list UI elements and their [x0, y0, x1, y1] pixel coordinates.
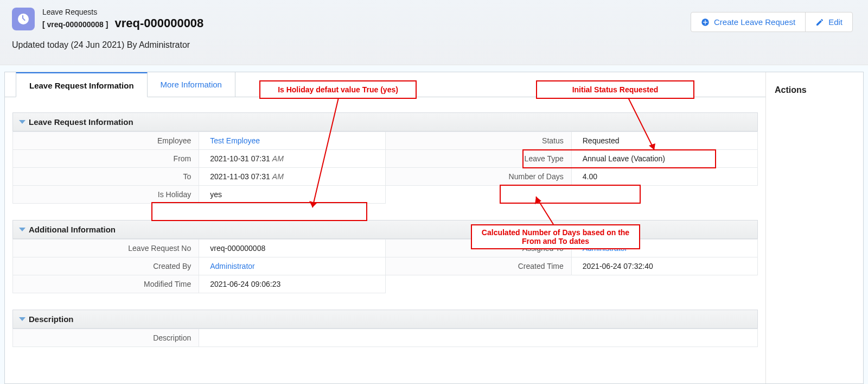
- field-value-created-time: 2021-06-24 07:32:40: [571, 257, 757, 275]
- field-label: Created By: [13, 257, 199, 275]
- section-header-additional-info[interactable]: Additional Information: [12, 220, 758, 239]
- section-title: Additional Information: [29, 225, 116, 234]
- field-label: Employee: [13, 132, 199, 150]
- field-value-request-no: vreq-000000008: [199, 240, 385, 257]
- field-value-employee: Test Employee: [199, 132, 385, 150]
- field-label: From: [13, 150, 199, 168]
- section-title: Description: [29, 314, 74, 324]
- field-value-status: Requested: [571, 132, 757, 150]
- chevron-down-icon: [19, 120, 25, 124]
- field-value-created-by: Administrator: [199, 257, 385, 275]
- field-label: Status: [385, 132, 571, 150]
- field-label: Is Holiday: [13, 186, 199, 204]
- empty-cell: [385, 186, 571, 204]
- section-header-leave-request-info[interactable]: Leave Request Information: [12, 112, 758, 131]
- additional-info-table: Leave Request No vreq-000000008 Assigned…: [12, 239, 758, 293]
- page-title: vreq-000000008: [114, 16, 203, 30]
- field-label: Number of Days: [385, 168, 571, 186]
- svg-rect-2: [703, 22, 707, 22]
- updated-line: Updated today (24 Jun 2021) By Administr…: [12, 40, 856, 50]
- field-value-assigned-to: Administrator: [571, 240, 757, 257]
- edit-button[interactable]: Edit: [805, 12, 853, 32]
- field-value-num-days: 4.00: [571, 168, 757, 186]
- field-label: Leave Type: [385, 150, 571, 168]
- create-button-label: Create Leave Request: [714, 17, 795, 27]
- field-value-modified-time: 2021-06-24 09:06:23: [199, 275, 385, 293]
- empty-cell: [571, 186, 757, 204]
- field-label: Created Time: [385, 257, 571, 275]
- tab-label: Leave Request Information: [29, 81, 134, 90]
- created-by-link[interactable]: Administrator: [210, 262, 254, 270]
- module-name: Leave Requests: [42, 8, 203, 16]
- assigned-to-link[interactable]: Administrator: [583, 244, 627, 253]
- pencil-icon: [815, 18, 824, 27]
- field-label: Assigned To: [385, 240, 571, 257]
- field-value-to: 2021-11-03 07:31AM: [199, 168, 385, 186]
- field-value-from: 2021-10-31 07:31AM: [199, 150, 385, 168]
- actions-title: Actions: [775, 85, 854, 95]
- plus-circle-icon: [701, 18, 710, 27]
- create-leave-request-button[interactable]: Create Leave Request: [691, 12, 806, 32]
- field-label: Leave Request No: [13, 240, 199, 257]
- field-label: Description: [13, 329, 199, 347]
- field-value-description: [199, 329, 758, 347]
- tab-label: More Information: [161, 80, 222, 89]
- tab-more-information[interactable]: More Information: [147, 72, 235, 97]
- tab-leave-request-info[interactable]: Leave Request Information: [16, 72, 148, 97]
- field-label: Modified Time: [13, 275, 199, 293]
- chevron-down-icon: [19, 317, 25, 321]
- field-label: To: [13, 168, 199, 186]
- empty-cell: [385, 275, 571, 293]
- section-header-description[interactable]: Description: [12, 310, 758, 329]
- field-value-leave-type: Annual Leave (Vacation): [571, 150, 757, 168]
- section-title: Leave Request Information: [29, 117, 133, 127]
- employee-link[interactable]: Test Employee: [210, 136, 260, 145]
- record-header: Leave Requests [ vreq-000000008 ] vreq-0…: [0, 0, 868, 65]
- module-icon: [12, 8, 35, 30]
- leave-request-info-table: Employee Test Employee Status Requested …: [12, 131, 758, 204]
- actions-sidebar: Actions: [765, 72, 863, 383]
- edit-button-label: Edit: [828, 17, 843, 27]
- chevron-down-icon: [19, 228, 25, 231]
- empty-cell: [571, 275, 757, 293]
- field-value-is-holiday: yes: [199, 186, 385, 204]
- description-table: Description: [12, 329, 758, 347]
- record-id-bracket: [ vreq-000000008 ]: [42, 20, 108, 29]
